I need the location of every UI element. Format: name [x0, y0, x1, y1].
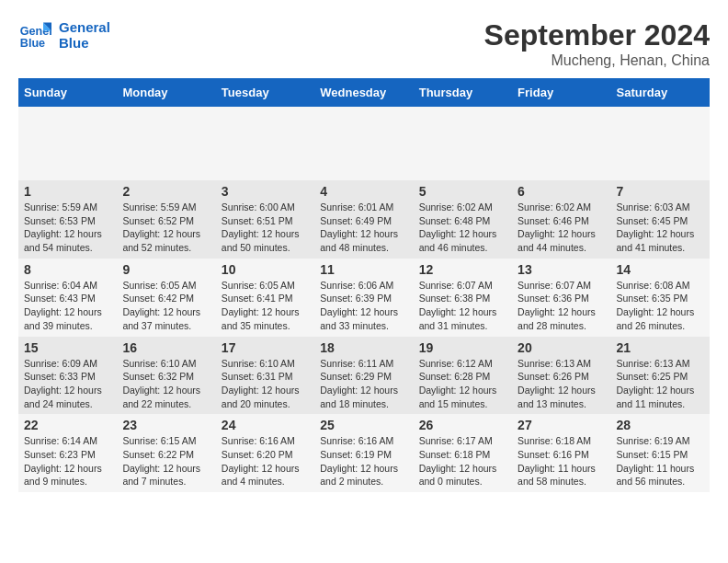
day-number: 12 [419, 262, 506, 277]
week-row-4: 15Sunrise: 6:09 AMSunset: 6:33 PMDayligh… [18, 337, 710, 415]
day-info: Sunrise: 6:15 AMSunset: 6:22 PMDaylight:… [122, 434, 210, 488]
calendar-cell: 26Sunrise: 6:17 AMSunset: 6:18 PMDayligh… [414, 414, 512, 492]
day-number: 16 [122, 340, 210, 355]
page-header: General Blue General Blue September 2024… [18, 18, 710, 69]
day-number: 28 [617, 418, 704, 432]
day-number: 19 [419, 340, 506, 355]
logo-icon: General Blue [18, 18, 51, 52]
day-info: Sunrise: 6:18 AMSunset: 6:16 PMDaylight:… [518, 434, 605, 488]
header-tuesday: Tuesday [216, 78, 314, 107]
day-number: 22 [24, 418, 111, 432]
svg-text:Blue: Blue [20, 37, 45, 50]
day-info: Sunrise: 5:59 AMSunset: 6:53 PMDaylight:… [24, 201, 111, 255]
day-info: Sunrise: 6:05 AMSunset: 6:41 PMDaylight:… [222, 279, 309, 333]
calendar-cell: 16Sunrise: 6:10 AMSunset: 6:32 PMDayligh… [117, 337, 215, 415]
day-info: Sunrise: 6:02 AMSunset: 6:48 PMDaylight:… [419, 201, 506, 255]
day-number: 4 [320, 184, 407, 199]
day-number: 8 [24, 262, 111, 277]
day-info: Sunrise: 6:16 AMSunset: 6:19 PMDaylight:… [320, 434, 407, 488]
day-number: 11 [320, 262, 407, 277]
calendar-cell [18, 107, 117, 180]
header-thursday: Thursday [414, 78, 512, 107]
day-number: 2 [122, 184, 210, 199]
calendar-cell: 5Sunrise: 6:02 AMSunset: 6:48 PMDaylight… [414, 180, 512, 259]
week-row-1 [18, 107, 710, 180]
month-title: September 2024 [484, 18, 710, 52]
day-info: Sunrise: 5:59 AMSunset: 6:52 PMDaylight:… [122, 201, 210, 255]
day-number: 1 [24, 184, 111, 199]
day-number: 15 [24, 340, 111, 355]
title-area: September 2024 Mucheng, Henan, China [484, 18, 710, 69]
calendar-cell: 14Sunrise: 6:08 AMSunset: 6:35 PMDayligh… [611, 259, 710, 337]
calendar-cell [611, 107, 710, 180]
calendar-cell: 19Sunrise: 6:12 AMSunset: 6:28 PMDayligh… [414, 337, 512, 415]
day-number: 14 [617, 262, 704, 277]
calendar-cell: 9Sunrise: 6:05 AMSunset: 6:42 PMDaylight… [117, 259, 215, 337]
calendar-cell: 7Sunrise: 6:03 AMSunset: 6:45 PMDaylight… [611, 180, 710, 259]
week-row-2: 1Sunrise: 5:59 AMSunset: 6:53 PMDaylight… [18, 180, 710, 259]
calendar-cell: 28Sunrise: 6:19 AMSunset: 6:15 PMDayligh… [611, 414, 710, 492]
day-info: Sunrise: 6:07 AMSunset: 6:36 PMDaylight:… [518, 279, 605, 333]
day-headers: Sunday Monday Tuesday Wednesday Thursday… [18, 78, 710, 107]
day-info: Sunrise: 6:00 AMSunset: 6:51 PMDaylight:… [222, 201, 309, 255]
day-number: 6 [518, 184, 605, 199]
day-number: 23 [122, 418, 210, 432]
calendar-cell: 20Sunrise: 6:13 AMSunset: 6:26 PMDayligh… [512, 337, 610, 415]
calendar-cell: 23Sunrise: 6:15 AMSunset: 6:22 PMDayligh… [117, 414, 215, 492]
day-info: Sunrise: 6:10 AMSunset: 6:32 PMDaylight:… [122, 357, 210, 411]
calendar-cell [512, 107, 610, 180]
calendar-cell: 18Sunrise: 6:11 AMSunset: 6:29 PMDayligh… [314, 337, 413, 415]
calendar-cell: 11Sunrise: 6:06 AMSunset: 6:39 PMDayligh… [314, 259, 413, 337]
header-saturday: Saturday [611, 78, 710, 107]
day-info: Sunrise: 6:05 AMSunset: 6:42 PMDaylight:… [122, 279, 210, 333]
calendar-cell [216, 107, 314, 180]
calendar-cell: 3Sunrise: 6:00 AMSunset: 6:51 PMDaylight… [216, 180, 314, 259]
day-info: Sunrise: 6:11 AMSunset: 6:29 PMDaylight:… [320, 357, 407, 411]
calendar-cell: 27Sunrise: 6:18 AMSunset: 6:16 PMDayligh… [512, 414, 610, 492]
day-number: 3 [222, 184, 309, 199]
logo-text-blue: Blue [59, 35, 110, 51]
day-number: 9 [122, 262, 210, 277]
day-number: 27 [518, 418, 605, 432]
day-number: 20 [518, 340, 605, 355]
header-monday: Monday [117, 78, 215, 107]
calendar-cell: 24Sunrise: 6:16 AMSunset: 6:20 PMDayligh… [216, 414, 314, 492]
day-info: Sunrise: 6:04 AMSunset: 6:43 PMDaylight:… [24, 279, 111, 333]
calendar-cell: 15Sunrise: 6:09 AMSunset: 6:33 PMDayligh… [18, 337, 117, 415]
location: Mucheng, Henan, China [484, 52, 710, 69]
day-info: Sunrise: 6:09 AMSunset: 6:33 PMDaylight:… [24, 357, 111, 411]
day-number: 5 [419, 184, 506, 199]
day-number: 24 [222, 418, 309, 432]
calendar-cell [314, 107, 413, 180]
calendar-table: Sunday Monday Tuesday Wednesday Thursday… [18, 78, 710, 492]
week-row-3: 8Sunrise: 6:04 AMSunset: 6:43 PMDaylight… [18, 259, 710, 337]
day-info: Sunrise: 6:13 AMSunset: 6:25 PMDaylight:… [617, 357, 704, 411]
calendar-cell: 22Sunrise: 6:14 AMSunset: 6:23 PMDayligh… [18, 414, 117, 492]
day-info: Sunrise: 6:16 AMSunset: 6:20 PMDaylight:… [222, 434, 309, 488]
week-row-5: 22Sunrise: 6:14 AMSunset: 6:23 PMDayligh… [18, 414, 710, 492]
day-info: Sunrise: 6:12 AMSunset: 6:28 PMDaylight:… [419, 357, 506, 411]
calendar-cell: 21Sunrise: 6:13 AMSunset: 6:25 PMDayligh… [611, 337, 710, 415]
calendar-cell: 12Sunrise: 6:07 AMSunset: 6:38 PMDayligh… [414, 259, 512, 337]
calendar-cell: 8Sunrise: 6:04 AMSunset: 6:43 PMDaylight… [18, 259, 117, 337]
day-info: Sunrise: 6:02 AMSunset: 6:46 PMDaylight:… [518, 201, 605, 255]
calendar-cell: 2Sunrise: 5:59 AMSunset: 6:52 PMDaylight… [117, 180, 215, 259]
header-sunday: Sunday [18, 78, 117, 107]
day-number: 10 [222, 262, 309, 277]
calendar-cell: 13Sunrise: 6:07 AMSunset: 6:36 PMDayligh… [512, 259, 610, 337]
day-number: 18 [320, 340, 407, 355]
calendar-cell: 4Sunrise: 6:01 AMSunset: 6:49 PMDaylight… [314, 180, 413, 259]
calendar-cell: 1Sunrise: 5:59 AMSunset: 6:53 PMDaylight… [18, 180, 117, 259]
day-info: Sunrise: 6:03 AMSunset: 6:45 PMDaylight:… [617, 201, 704, 255]
calendar-cell [117, 107, 215, 180]
day-number: 13 [518, 262, 605, 277]
day-info: Sunrise: 6:13 AMSunset: 6:26 PMDaylight:… [518, 357, 605, 411]
day-number: 26 [419, 418, 506, 432]
day-number: 21 [617, 340, 704, 355]
day-info: Sunrise: 6:08 AMSunset: 6:35 PMDaylight:… [617, 279, 704, 333]
day-number: 25 [320, 418, 407, 432]
logo: General Blue General Blue [18, 18, 110, 52]
header-friday: Friday [512, 78, 610, 107]
calendar-cell: 25Sunrise: 6:16 AMSunset: 6:19 PMDayligh… [314, 414, 413, 492]
day-info: Sunrise: 6:10 AMSunset: 6:31 PMDaylight:… [222, 357, 309, 411]
